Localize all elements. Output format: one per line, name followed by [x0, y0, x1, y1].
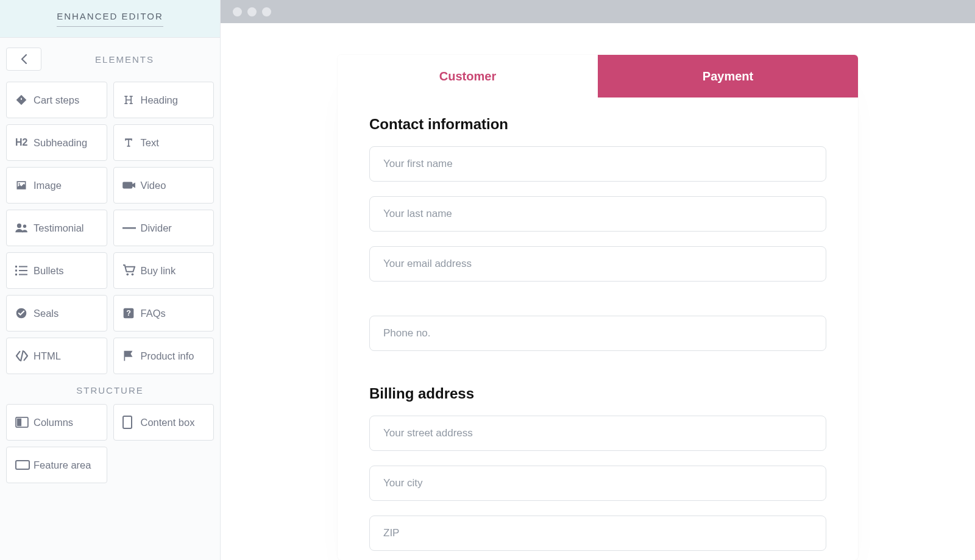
svg-rect-6 [19, 270, 27, 271]
traffic-light-zoom-icon[interactable] [262, 7, 271, 16]
checkout-tabs: Customer Payment [338, 55, 858, 97]
bullets-icon [15, 265, 27, 276]
svg-rect-15 [17, 419, 21, 427]
testimonial-icon [15, 222, 29, 233]
structure-section-title: STRUCTURE [6, 385, 214, 395]
svg-point-1 [23, 225, 26, 228]
element-product-info[interactable]: Product info [113, 338, 214, 374]
canvas: Customer Payment Contact information Bil… [221, 23, 975, 560]
phone-field[interactable] [369, 316, 826, 351]
tab-customer[interactable]: Customer [338, 55, 598, 97]
element-testimonial[interactable]: Testimonial [6, 210, 107, 246]
element-label: Heading [141, 94, 178, 106]
html-icon [15, 350, 29, 361]
structure-grid: Columns Content box Feature area [6, 404, 214, 483]
elements-section-title: ELEMENTS [58, 54, 214, 65]
structure-label: Feature area [34, 459, 91, 471]
element-bullets[interactable]: Bullets [6, 252, 107, 289]
preview-panel: Customer Payment Contact information Bil… [221, 0, 975, 560]
seals-icon [15, 307, 27, 319]
tab-payment[interactable]: Payment [598, 55, 858, 97]
faqs-icon: ? [122, 307, 135, 319]
svg-rect-7 [15, 274, 17, 275]
element-text[interactable]: Text [113, 124, 214, 161]
element-subheading[interactable]: H2 Subheading [6, 124, 107, 161]
element-label: Text [141, 137, 159, 149]
image-icon [15, 179, 27, 191]
contact-heading: Contact information [369, 116, 826, 133]
tab-payment-label: Payment [703, 69, 753, 83]
email-field[interactable] [369, 246, 826, 282]
element-html[interactable]: HTML [6, 338, 107, 374]
svg-rect-16 [123, 416, 132, 428]
sidebar: ENHANCED EDITOR ELEMENTS Cart steps Head… [0, 0, 221, 560]
svg-rect-3 [15, 266, 17, 268]
element-heading[interactable]: Heading [113, 82, 214, 118]
svg-rect-5 [15, 270, 17, 272]
element-faqs[interactable]: ? FAQs [113, 295, 214, 331]
feature-area-icon [15, 460, 30, 470]
sidebar-title: ENHANCED EDITOR [57, 11, 163, 27]
traffic-light-close-icon[interactable] [233, 7, 242, 16]
structure-columns[interactable]: Columns [6, 404, 107, 441]
element-label: Divider [141, 222, 172, 234]
billing-heading: Billing address [369, 385, 826, 402]
element-label: HTML [34, 350, 61, 362]
first-name-field[interactable] [369, 146, 826, 182]
element-label: Subheading [34, 137, 87, 149]
element-label: Testimonial [34, 222, 84, 234]
sidebar-header: ENHANCED EDITOR [0, 0, 220, 38]
street-field[interactable] [369, 416, 826, 451]
city-field[interactable] [369, 466, 826, 501]
tab-customer-label: Customer [439, 69, 496, 83]
element-seals[interactable]: Seals [6, 295, 107, 331]
columns-icon [15, 417, 29, 428]
element-divider[interactable]: Divider [113, 210, 214, 246]
structure-label: Columns [34, 417, 73, 428]
structure-feature-area[interactable]: Feature area [6, 447, 107, 483]
subheading-icon: H2 [15, 137, 34, 148]
structure-content-box[interactable]: Content box [113, 404, 214, 441]
svg-point-9 [126, 274, 129, 276]
svg-rect-4 [19, 266, 27, 268]
cart-steps-icon [15, 94, 27, 106]
traffic-light-minimize-icon[interactable] [247, 7, 257, 16]
content-box-icon [122, 416, 132, 429]
video-icon [122, 180, 136, 191]
element-label: Image [34, 180, 62, 191]
sidebar-body: ELEMENTS Cart steps Heading H2 Subheadin… [0, 38, 220, 560]
element-cart-steps[interactable]: Cart steps [6, 82, 107, 118]
element-label: Video [141, 180, 166, 191]
back-button[interactable] [6, 48, 41, 71]
svg-text:?: ? [126, 309, 131, 317]
last-name-field[interactable] [369, 196, 826, 232]
element-label: Product info [141, 350, 194, 362]
elements-grid: Cart steps Heading H2 Subheading Text Im… [6, 82, 214, 374]
svg-point-0 [17, 224, 21, 228]
svg-rect-17 [16, 461, 29, 469]
element-label: Buy link [141, 265, 176, 277]
element-image[interactable]: Image [6, 167, 107, 204]
element-label: Seals [34, 308, 58, 319]
checkout-card: Customer Payment Contact information Bil… [338, 55, 858, 560]
divider-icon [122, 226, 136, 230]
text-icon [122, 136, 135, 149]
element-video[interactable]: Video [113, 167, 214, 204]
zip-field[interactable] [369, 516, 826, 551]
svg-point-10 [131, 274, 133, 276]
heading-icon [122, 94, 135, 106]
flag-icon [122, 350, 135, 362]
chevron-left-icon [21, 54, 27, 64]
window-titlebar [221, 0, 975, 23]
element-label: FAQs [141, 308, 166, 319]
element-label: Cart steps [34, 94, 79, 106]
svg-rect-2 [122, 227, 136, 229]
element-buy-link[interactable]: Buy link [113, 252, 214, 289]
svg-rect-8 [19, 274, 27, 275]
card-body: Contact information Billing address [338, 97, 858, 560]
cart-icon [122, 264, 136, 277]
element-label: Bullets [34, 265, 64, 277]
structure-label: Content box [141, 417, 195, 428]
